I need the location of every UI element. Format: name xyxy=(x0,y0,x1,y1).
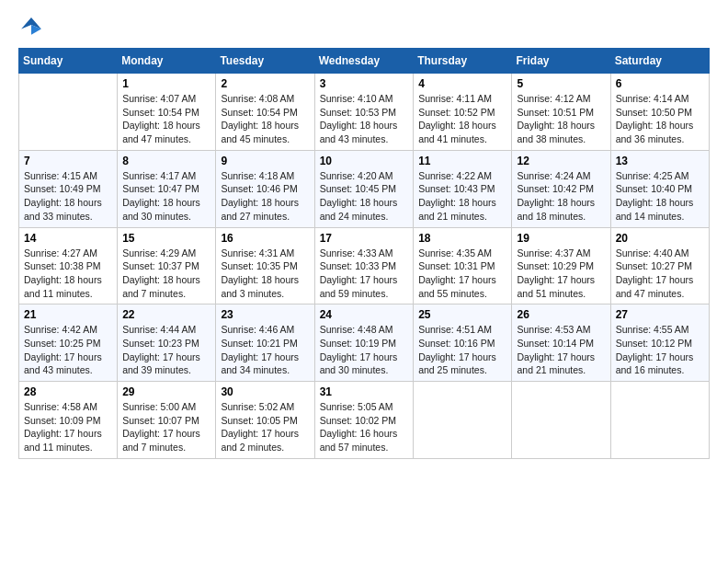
calendar-day-cell: 19Sunrise: 4:37 AMSunset: 10:29 PMDaylig… xyxy=(512,227,610,304)
day-info: Sunrise: 4:12 AMSunset: 10:51 PMDaylight… xyxy=(517,92,605,146)
day-info: Sunrise: 4:27 AMSunset: 10:38 PMDaylight… xyxy=(24,247,112,301)
calendar-day-cell: 6Sunrise: 4:14 AMSunset: 10:50 PMDayligh… xyxy=(610,74,709,151)
day-info: Sunrise: 4:15 AMSunset: 10:49 PMDaylight… xyxy=(24,169,112,224)
day-number: 9 xyxy=(221,155,309,167)
calendar-day-cell xyxy=(512,382,610,459)
day-number: 14 xyxy=(24,232,112,245)
day-info: Sunrise: 4:08 AMSunset: 10:54 PMDaylight… xyxy=(221,92,309,146)
calendar-day-cell: 21Sunrise: 4:42 AMSunset: 10:25 PMDaylig… xyxy=(19,304,118,382)
calendar-day-cell: 4Sunrise: 4:11 AMSunset: 10:52 PMDayligh… xyxy=(414,74,512,151)
day-info: Sunrise: 4:29 AMSunset: 10:37 PMDaylight… xyxy=(122,247,210,301)
calendar-day-cell: 29Sunrise: 5:00 AMSunset: 10:07 PMDaylig… xyxy=(118,382,216,459)
day-number: 16 xyxy=(221,232,309,245)
day-info: Sunrise: 4:10 AMSunset: 10:53 PMDaylight… xyxy=(320,92,409,146)
day-info: Sunrise: 5:00 AMSunset: 10:07 PMDaylight… xyxy=(122,400,210,454)
day-number: 17 xyxy=(320,232,409,245)
calendar-day-cell xyxy=(19,74,118,151)
calendar-day-cell: 15Sunrise: 4:29 AMSunset: 10:37 PMDaylig… xyxy=(118,227,216,304)
day-number: 12 xyxy=(517,155,605,167)
day-number: 6 xyxy=(616,77,704,90)
calendar-day-cell: 2Sunrise: 4:08 AMSunset: 10:54 PMDayligh… xyxy=(216,74,314,151)
calendar-day-cell: 25Sunrise: 4:51 AMSunset: 10:16 PMDaylig… xyxy=(414,304,512,382)
day-info: Sunrise: 4:53 AMSunset: 10:14 PMDaylight… xyxy=(517,323,605,377)
day-number: 22 xyxy=(122,308,210,321)
day-info: Sunrise: 4:18 AMSunset: 10:46 PMDaylight… xyxy=(221,169,309,224)
day-info: Sunrise: 4:22 AMSunset: 10:43 PMDaylight… xyxy=(418,169,506,224)
day-info: Sunrise: 4:11 AMSunset: 10:52 PMDaylight… xyxy=(418,92,506,146)
calendar-day-cell: 27Sunrise: 4:55 AMSunset: 10:12 PMDaylig… xyxy=(610,304,709,382)
day-number: 10 xyxy=(320,155,409,167)
weekday-header: Monday xyxy=(118,49,216,74)
calendar-table: SundayMondayTuesdayWednesdayThursdayFrid… xyxy=(18,48,710,459)
calendar-day-cell: 18Sunrise: 4:35 AMSunset: 10:31 PMDaylig… xyxy=(414,227,512,304)
day-info: Sunrise: 4:14 AMSunset: 10:50 PMDaylight… xyxy=(616,92,704,146)
weekday-header: Saturday xyxy=(610,49,709,74)
calendar-day-cell: 16Sunrise: 4:31 AMSunset: 10:35 PMDaylig… xyxy=(216,227,314,304)
calendar-day-cell: 1Sunrise: 4:07 AMSunset: 10:54 PMDayligh… xyxy=(118,74,216,151)
day-info: Sunrise: 4:42 AMSunset: 10:25 PMDaylight… xyxy=(24,323,112,377)
calendar-day-cell xyxy=(610,382,709,459)
logo-bird-icon xyxy=(18,15,44,40)
calendar-day-cell: 13Sunrise: 4:25 AMSunset: 10:40 PMDaylig… xyxy=(610,150,709,227)
calendar-week-row: 28Sunrise: 4:58 AMSunset: 10:09 PMDaylig… xyxy=(19,382,710,459)
calendar-body: 1Sunrise: 4:07 AMSunset: 10:54 PMDayligh… xyxy=(19,74,710,459)
day-info: Sunrise: 4:40 AMSunset: 10:27 PMDaylight… xyxy=(616,247,704,301)
calendar-day-cell: 11Sunrise: 4:22 AMSunset: 10:43 PMDaylig… xyxy=(414,150,512,227)
day-number: 3 xyxy=(320,77,409,90)
day-number: 24 xyxy=(320,308,409,321)
day-info: Sunrise: 4:44 AMSunset: 10:23 PMDaylight… xyxy=(122,323,210,377)
day-info: Sunrise: 5:02 AMSunset: 10:05 PMDaylight… xyxy=(221,400,309,454)
weekday-header: Friday xyxy=(512,49,610,74)
calendar-day-cell: 7Sunrise: 4:15 AMSunset: 10:49 PMDayligh… xyxy=(19,150,118,227)
day-number: 19 xyxy=(517,232,605,245)
calendar-day-cell: 23Sunrise: 4:46 AMSunset: 10:21 PMDaylig… xyxy=(216,304,314,382)
day-number: 11 xyxy=(418,155,506,167)
calendar-day-cell: 31Sunrise: 5:05 AMSunset: 10:02 PMDaylig… xyxy=(314,382,414,459)
calendar-day-cell xyxy=(414,382,512,459)
day-info: Sunrise: 4:37 AMSunset: 10:29 PMDaylight… xyxy=(517,247,605,301)
day-info: Sunrise: 4:33 AMSunset: 10:33 PMDaylight… xyxy=(320,247,409,301)
day-number: 28 xyxy=(24,385,112,398)
day-info: Sunrise: 4:20 AMSunset: 10:45 PMDaylight… xyxy=(320,169,409,224)
calendar-week-row: 14Sunrise: 4:27 AMSunset: 10:38 PMDaylig… xyxy=(19,227,710,304)
weekday-header: Sunday xyxy=(19,49,118,74)
day-number: 26 xyxy=(517,308,605,321)
calendar-day-cell: 22Sunrise: 4:44 AMSunset: 10:23 PMDaylig… xyxy=(118,304,216,382)
day-info: Sunrise: 4:24 AMSunset: 10:42 PMDaylight… xyxy=(517,169,605,224)
day-number: 30 xyxy=(221,385,309,398)
day-info: Sunrise: 4:07 AMSunset: 10:54 PMDaylight… xyxy=(122,92,210,146)
calendar-day-cell: 20Sunrise: 4:40 AMSunset: 10:27 PMDaylig… xyxy=(610,227,709,304)
day-number: 20 xyxy=(616,232,704,245)
day-number: 7 xyxy=(24,155,112,167)
calendar-day-cell: 24Sunrise: 4:48 AMSunset: 10:19 PMDaylig… xyxy=(314,304,414,382)
calendar-week-row: 1Sunrise: 4:07 AMSunset: 10:54 PMDayligh… xyxy=(19,74,710,151)
day-number: 27 xyxy=(616,308,704,321)
day-number: 31 xyxy=(320,385,409,398)
page-header xyxy=(18,15,710,40)
day-number: 18 xyxy=(418,232,506,245)
day-info: Sunrise: 4:31 AMSunset: 10:35 PMDaylight… xyxy=(221,247,309,301)
day-number: 8 xyxy=(122,155,210,167)
calendar-header: SundayMondayTuesdayWednesdayThursdayFrid… xyxy=(19,49,710,74)
day-info: Sunrise: 4:17 AMSunset: 10:47 PMDaylight… xyxy=(122,169,210,224)
weekday-header: Wednesday xyxy=(314,49,414,74)
day-number: 2 xyxy=(221,77,309,90)
calendar-day-cell: 3Sunrise: 4:10 AMSunset: 10:53 PMDayligh… xyxy=(314,74,414,151)
weekday-header: Thursday xyxy=(414,49,512,74)
calendar-week-row: 21Sunrise: 4:42 AMSunset: 10:25 PMDaylig… xyxy=(19,304,710,382)
day-number: 13 xyxy=(616,155,704,167)
calendar-day-cell: 9Sunrise: 4:18 AMSunset: 10:46 PMDayligh… xyxy=(216,150,314,227)
weekday-header: Tuesday xyxy=(216,49,314,74)
day-info: Sunrise: 4:55 AMSunset: 10:12 PMDaylight… xyxy=(616,323,704,377)
calendar-day-cell: 12Sunrise: 4:24 AMSunset: 10:42 PMDaylig… xyxy=(512,150,610,227)
calendar-day-cell: 17Sunrise: 4:33 AMSunset: 10:33 PMDaylig… xyxy=(314,227,414,304)
day-info: Sunrise: 4:35 AMSunset: 10:31 PMDaylight… xyxy=(418,247,506,301)
day-info: Sunrise: 4:48 AMSunset: 10:19 PMDaylight… xyxy=(320,323,409,377)
day-number: 5 xyxy=(517,77,605,90)
day-info: Sunrise: 4:58 AMSunset: 10:09 PMDaylight… xyxy=(24,400,112,454)
calendar-day-cell: 8Sunrise: 4:17 AMSunset: 10:47 PMDayligh… xyxy=(118,150,216,227)
day-info: Sunrise: 5:05 AMSunset: 10:02 PMDaylight… xyxy=(320,400,409,454)
day-info: Sunrise: 4:46 AMSunset: 10:21 PMDaylight… xyxy=(221,323,309,377)
day-number: 21 xyxy=(24,308,112,321)
logo xyxy=(18,15,48,40)
